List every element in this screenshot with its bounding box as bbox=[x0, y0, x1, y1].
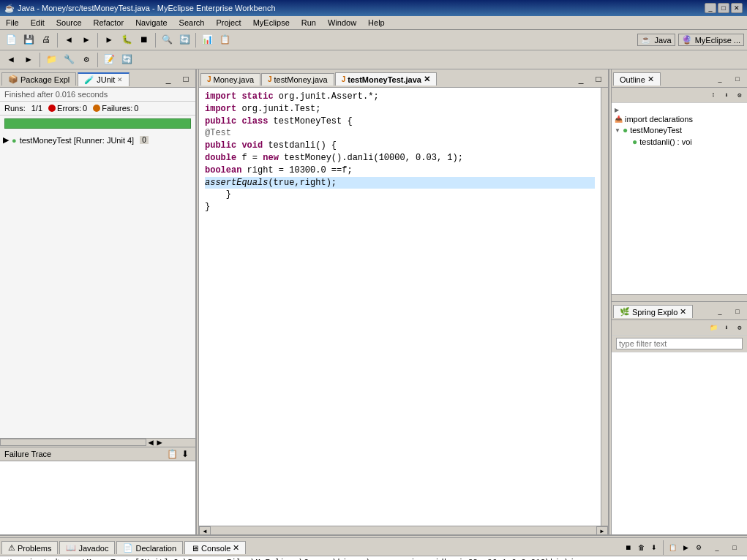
spring-minimize[interactable]: _ bbox=[712, 303, 728, 319]
outline-minimize[interactable]: _ bbox=[712, 71, 728, 87]
outline-close[interactable]: ✕ bbox=[647, 75, 654, 84]
tb2-btn2[interactable]: ▶ bbox=[20, 52, 37, 68]
tb2-btn5[interactable]: ⚙ bbox=[78, 52, 94, 68]
myeclipse-btn[interactable]: ☕ Java bbox=[637, 34, 675, 46]
junit-tree: ▶ ● testMoneyTest [Runner: JUnit 4] 0 bbox=[0, 132, 195, 438]
tb-perspective[interactable]: 📊 bbox=[199, 32, 215, 48]
scroll-left2[interactable]: ◀ bbox=[199, 526, 211, 535]
tab-problems[interactable]: ⚠ Problems bbox=[1, 541, 58, 554]
spring-tb3[interactable]: ⚙ bbox=[734, 322, 746, 333]
menu-myeclipse[interactable]: MyEclipse bbox=[250, 18, 293, 28]
myeclipse-btn2[interactable]: 🔮 MyEclipse ... bbox=[678, 34, 744, 46]
failure-trace-btn2[interactable]: ⬇ bbox=[179, 449, 191, 459]
outline-item-imports[interactable]: 📥 import declarations bbox=[615, 114, 744, 124]
menu-navigate[interactable]: Navigate bbox=[132, 18, 170, 28]
junit-tree-item[interactable]: ▶ ● testMoneyTest [Runner: JUnit 4] 0 bbox=[3, 135, 192, 145]
tb-back[interactable]: ◀ bbox=[61, 32, 77, 48]
tb2-btn7[interactable]: 🔄 bbox=[119, 52, 135, 68]
spring-maximize[interactable]: □ bbox=[729, 303, 746, 319]
console-tb-stop[interactable]: ⏹ bbox=[622, 542, 634, 553]
outline-hscroll[interactable] bbox=[612, 294, 747, 301]
tb-refresh[interactable]: 🔄 bbox=[176, 32, 192, 48]
menu-project[interactable]: Project bbox=[213, 18, 244, 28]
console-tb-scroll[interactable]: ⬇ bbox=[648, 542, 660, 553]
minimize-button[interactable]: _ bbox=[705, 3, 716, 13]
tb-new[interactable]: 📄 bbox=[3, 32, 19, 48]
tb-stop[interactable]: ⏹ bbox=[136, 32, 152, 48]
tab-testmoneytest-close[interactable]: ✕ bbox=[424, 75, 430, 84]
spring-filter-input[interactable] bbox=[616, 338, 743, 349]
menu-search[interactable]: Search bbox=[176, 18, 208, 28]
class-expand: ▼ bbox=[615, 127, 620, 134]
editor-hscroll[interactable]: ◀ ▶ bbox=[199, 526, 608, 534]
menu-refactor[interactable]: Refactor bbox=[91, 18, 127, 28]
editor-scrollbar[interactable] bbox=[601, 88, 608, 526]
tab-spring[interactable]: 🌿 Spring Explo ✕ bbox=[613, 305, 693, 318]
menu-edit[interactable]: Edit bbox=[28, 18, 48, 28]
left-panel-minimize[interactable]: _ bbox=[160, 71, 176, 87]
left-panel-maximize[interactable]: □ bbox=[178, 71, 194, 87]
declaration-icon: 📄 bbox=[123, 543, 133, 553]
code-editor[interactable]: import static org.junit.Assert.*; import… bbox=[199, 88, 601, 526]
editor-minimize[interactable]: _ bbox=[573, 71, 589, 87]
outline-item-method[interactable]: ● testdanli() : voi bbox=[615, 136, 744, 148]
tb-debug[interactable]: 🐛 bbox=[119, 32, 135, 48]
tab-outline[interactable]: Outline ✕ bbox=[613, 72, 661, 86]
console-tb4[interactable]: 📋 bbox=[667, 542, 678, 553]
console-tb-clear[interactable]: 🗑 bbox=[635, 542, 647, 553]
scroll-left[interactable]: ◀ bbox=[146, 439, 155, 446]
menu-file[interactable]: File bbox=[3, 18, 22, 28]
tab-javadoc[interactable]: 📖 Javadoc bbox=[59, 541, 115, 554]
menu-window[interactable]: Window bbox=[325, 18, 359, 28]
menu-run[interactable]: Run bbox=[299, 18, 319, 28]
maximize-button[interactable]: □ bbox=[718, 3, 729, 13]
outline-tb1[interactable]: ↕ bbox=[707, 89, 719, 101]
code-line-13: } bbox=[205, 189, 595, 201]
tab-declaration[interactable]: 📄 Declaration bbox=[116, 541, 183, 554]
scroll-right2[interactable]: ▶ bbox=[596, 526, 608, 535]
tb-forward[interactable]: ▶ bbox=[78, 32, 94, 48]
tb-view[interactable]: 📋 bbox=[217, 32, 233, 48]
tab-money-label: Money.java bbox=[214, 75, 254, 84]
outline-maximize[interactable]: □ bbox=[729, 71, 746, 87]
outline-item-class[interactable]: ▼ ● testMoneyTest bbox=[615, 124, 744, 136]
outline-tb2[interactable]: ⬇ bbox=[721, 89, 732, 101]
outline-tb3[interactable]: ⚙ bbox=[734, 89, 746, 101]
failure-trace-btn1[interactable]: 📋 bbox=[166, 449, 178, 459]
menu-source[interactable]: Source bbox=[53, 18, 85, 28]
tab-junit[interactable]: 🧪 JUnit ✕ bbox=[78, 72, 129, 86]
tb2-btn6[interactable]: 📝 bbox=[101, 52, 117, 68]
tb2-btn1[interactable]: ◀ bbox=[3, 52, 19, 68]
tab-package-explorer[interactable]: 📦 Package Expl bbox=[1, 72, 76, 86]
tab-junit-close[interactable]: ✕ bbox=[117, 76, 123, 83]
editor-maximize[interactable]: □ bbox=[590, 71, 607, 87]
left-scroll[interactable]: ◀ ▶ bbox=[0, 438, 195, 447]
tab-money-java[interactable]: J Money.java bbox=[200, 73, 260, 86]
tb2-btn4[interactable]: 🔧 bbox=[61, 52, 77, 68]
tab-console-close[interactable]: ✕ bbox=[233, 543, 239, 553]
toolbar-secondary: ◀ ▶ 📁 🔧 ⚙ 📝 🔄 bbox=[0, 50, 747, 69]
spring-tb1[interactable]: 📁 bbox=[707, 322, 719, 333]
outline-method-label: testdanli() : voi bbox=[639, 137, 692, 146]
tb-save[interactable]: 💾 bbox=[20, 32, 37, 48]
close-button[interactable]: ✕ bbox=[731, 3, 743, 13]
bottom-tab-bar: ⚠ Problems 📖 Javadoc 📄 Declaration 🖥 Con… bbox=[0, 538, 747, 556]
bottom-maximize[interactable]: □ bbox=[727, 540, 743, 556]
spring-tb2[interactable]: ⬇ bbox=[721, 322, 732, 333]
tab-testmoney-java[interactable]: J testMoney.java bbox=[261, 73, 334, 86]
outline-item-expand[interactable]: ▶ bbox=[615, 106, 744, 114]
tb-run[interactable]: ▶ bbox=[101, 32, 117, 48]
tb2-btn3[interactable]: 📁 bbox=[43, 52, 59, 68]
bottom-minimize[interactable]: _ bbox=[709, 540, 725, 556]
tab-console[interactable]: 🖥 Console ✕ bbox=[184, 541, 246, 554]
tb-print[interactable]: 🖨 bbox=[38, 32, 54, 48]
tab-testmoneytest-java[interactable]: J testMoneyTest.java ✕ bbox=[335, 72, 437, 86]
scroll-right[interactable]: ▶ bbox=[155, 439, 164, 446]
console-tb6[interactable]: ⚙ bbox=[693, 542, 705, 553]
spring-close[interactable]: ✕ bbox=[680, 307, 686, 317]
tb-search[interactable]: 🔍 bbox=[159, 32, 175, 48]
tab-package-label: Package Expl bbox=[20, 75, 70, 84]
console-tb5[interactable]: ▶ bbox=[680, 542, 691, 553]
code-line-12: assertEquals(true,right); bbox=[205, 177, 595, 189]
menu-help[interactable]: Help bbox=[365, 18, 388, 28]
